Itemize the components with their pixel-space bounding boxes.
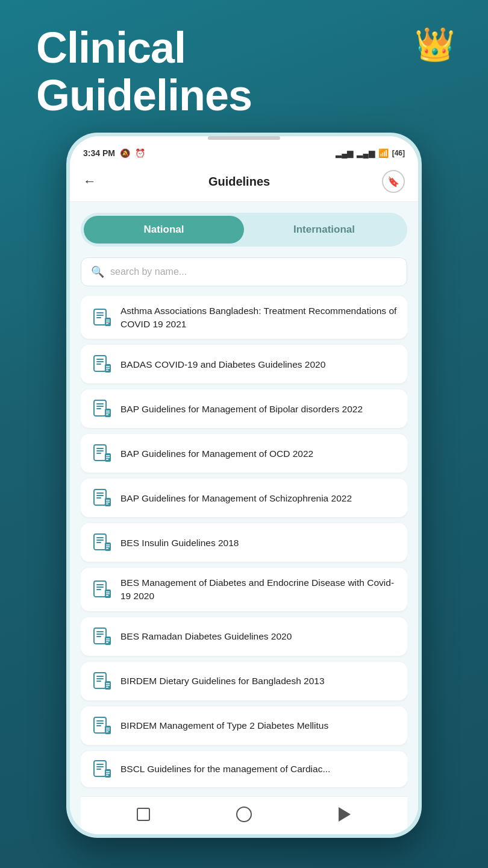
list-item[interactable]: BADAS COVID-19 and Diabetes Guidelines 2… [81, 345, 407, 383]
svg-rect-3 [96, 317, 101, 318]
svg-rect-65 [96, 676, 104, 677]
list-item[interactable]: BES Insulin Guidelines 2018 [81, 523, 407, 562]
svg-rect-19 [96, 408, 101, 409]
svg-rect-81 [96, 764, 104, 765]
bottom-navigation [81, 796, 407, 834]
guideline-doc-icon [90, 532, 112, 553]
guideline-doc-icon [90, 579, 112, 600]
svg-rect-42 [96, 539, 104, 541]
search-bar[interactable]: 🔍 search by name... [81, 257, 407, 286]
heading-line2: Guidelines [36, 71, 252, 119]
guideline-doc-icon [90, 398, 112, 420]
svg-rect-66 [96, 678, 104, 679]
guideline-item-text: BIRDEM Dietary Guidelines for Bangladesh… [120, 675, 325, 688]
guidelines-list: Asthma Associations Bangladesh: Treatmen… [81, 296, 407, 796]
status-bar: 3:34 PM 🔕 ⏰ ▂▄▆ ▂▄▆ 📶 [46] [70, 142, 418, 162]
notch-bar [70, 136, 418, 142]
svg-rect-26 [96, 450, 104, 451]
guideline-doc-icon [90, 487, 112, 509]
search-icon: 🔍 [91, 265, 104, 278]
alarm-icon: 🔕 [120, 148, 130, 158]
svg-rect-75 [96, 725, 101, 726]
svg-rect-35 [96, 497, 101, 498]
guideline-doc-icon [90, 715, 112, 737]
svg-rect-10 [96, 361, 104, 362]
svg-rect-9 [96, 359, 104, 360]
svg-rect-83 [96, 769, 101, 770]
search-input[interactable]: search by name... [110, 266, 187, 277]
signal-icon-2: ▂▄▆ [357, 149, 374, 158]
guideline-item-text: Asthma Associations Bangladesh: Treatmen… [120, 304, 398, 330]
nav-title: Guidelines [208, 175, 270, 189]
guideline-doc-icon [90, 758, 112, 780]
status-left: 3:34 PM 🔕 ⏰ [83, 148, 145, 158]
list-item[interactable]: BAP Guidelines for Management of Bipolar… [81, 389, 407, 428]
bookmark-icon: 🔖 [387, 176, 399, 187]
square-button[interactable] [134, 805, 152, 823]
guideline-doc-icon [90, 307, 112, 329]
nav-bar: ← Guidelines 🔖 [70, 162, 418, 202]
tab-international[interactable]: International [244, 216, 404, 244]
svg-rect-27 [96, 453, 101, 454]
list-item[interactable]: BAP Guidelines for Management of Schizop… [81, 479, 407, 517]
svg-rect-59 [96, 636, 101, 637]
svg-rect-17 [96, 403, 104, 404]
tab-international-label: International [293, 224, 355, 235]
svg-rect-1 [96, 312, 104, 313]
guideline-item-text: BAP Guidelines for Management of OCD 202… [120, 447, 313, 461]
phone-frame: 3:34 PM 🔕 ⏰ ▂▄▆ ▂▄▆ 📶 [46] ← Guidelines … [66, 133, 422, 838]
phone-inner: 3:34 PM 🔕 ⏰ ▂▄▆ ▂▄▆ 📶 [46] ← Guidelines … [70, 136, 418, 834]
heading-line1: Clinical [36, 24, 186, 72]
svg-rect-25 [96, 448, 104, 449]
tab-national[interactable]: National [84, 216, 244, 244]
tab-national-label: National [143, 224, 184, 235]
svg-rect-18 [96, 406, 104, 407]
page-heading: Clinical Guidelines [36, 24, 252, 119]
svg-rect-49 [96, 584, 104, 585]
list-item[interactable]: BSCL Guidelines for the management of Ca… [81, 751, 407, 787]
guideline-item-text: BIRDEM Management of Type 2 Diabetes Mel… [120, 719, 328, 732]
svg-rect-73 [96, 720, 104, 722]
list-item[interactable]: BIRDEM Management of Type 2 Diabetes Mel… [81, 706, 407, 745]
crown-icon: 👑 [414, 25, 455, 63]
guideline-item-text: BES Ramadan Diabetes Guidelines 2020 [120, 630, 292, 643]
guideline-item-text: BSCL Guidelines for the management of Ca… [120, 763, 330, 776]
svg-rect-11 [96, 363, 101, 365]
guideline-item-text: BADAS COVID-19 and Diabetes Guidelines 2… [120, 358, 325, 371]
svg-rect-67 [96, 681, 101, 682]
list-item[interactable]: BES Management of Diabetes and Endocrine… [81, 568, 407, 611]
triangle-icon [339, 807, 351, 822]
svg-rect-41 [96, 537, 104, 538]
svg-rect-57 [96, 631, 104, 632]
guideline-item-text: BES Management of Diabetes and Endocrine… [120, 576, 398, 602]
wifi-icon: 📶 [378, 148, 389, 158]
circle-icon [236, 807, 252, 822]
list-item[interactable]: BES Ramadan Diabetes Guidelines 2020 [81, 617, 407, 656]
svg-rect-34 [96, 495, 104, 496]
back-button[interactable]: ← [83, 174, 96, 189]
home-button[interactable] [235, 805, 253, 823]
guideline-doc-icon [90, 353, 112, 375]
clock-icon: ⏰ [135, 148, 145, 158]
back-nav-button[interactable] [336, 805, 354, 823]
main-content: National International 🔍 search by name.… [70, 202, 418, 834]
svg-rect-74 [96, 723, 104, 724]
svg-rect-2 [96, 315, 104, 316]
guideline-item-text: BAP Guidelines for Management of Schizop… [120, 492, 352, 505]
guideline-item-text: BES Insulin Guidelines 2018 [120, 536, 239, 550]
guideline-doc-icon [90, 670, 112, 692]
guideline-doc-icon [90, 626, 112, 647]
svg-rect-43 [96, 542, 101, 543]
bookmark-button[interactable]: 🔖 [382, 170, 405, 193]
status-right: ▂▄▆ ▂▄▆ 📶 [46] [336, 148, 405, 158]
guideline-item-text: BAP Guidelines for Management of Bipolar… [120, 403, 363, 416]
svg-rect-82 [96, 766, 104, 767]
list-item[interactable]: BAP Guidelines for Management of OCD 202… [81, 434, 407, 473]
guideline-doc-icon [90, 442, 112, 464]
signal-icon: ▂▄▆ [336, 149, 353, 158]
list-item[interactable]: Asthma Associations Bangladesh: Treatmen… [81, 296, 407, 339]
svg-rect-50 [96, 587, 104, 588]
square-icon [137, 808, 150, 821]
list-item[interactable]: BIRDEM Dietary Guidelines for Bangladesh… [81, 662, 407, 700]
svg-rect-33 [96, 492, 104, 494]
